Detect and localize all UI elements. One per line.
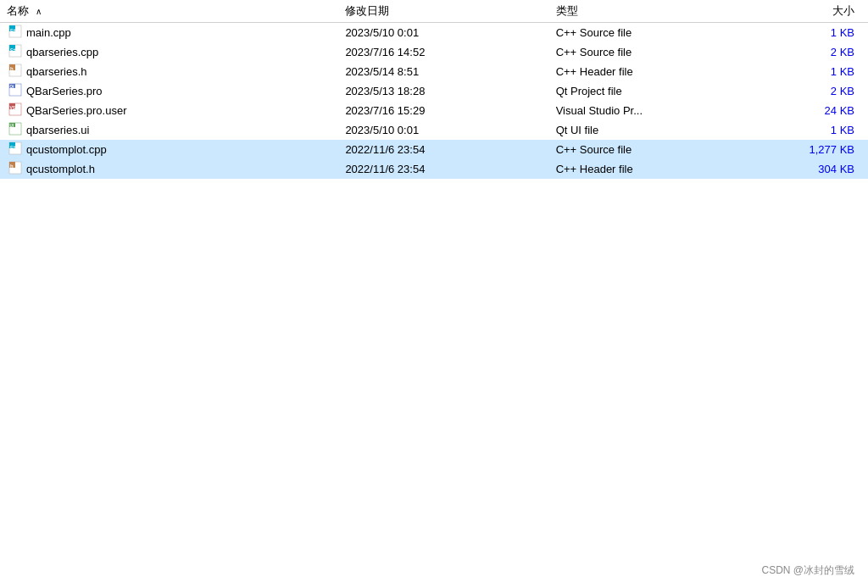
file-name: qbarseries.cpp [26, 46, 98, 58]
file-name: main.cpp [26, 26, 71, 39]
file-size: 2 KB [763, 81, 868, 101]
table-row[interactable]: UI qbarseries.ui 2023/5/10 0:01Qt UI fil… [0, 120, 868, 140]
file-size: 1 KB [763, 62, 868, 81]
table-header-row: 名称 ∧ 修改日期 类型 大小 [0, 0, 868, 23]
file-name: qcustomplot.h [26, 163, 95, 175]
file-name-cell: UI qbarseries.ui [0, 120, 342, 140]
file-date: 2023/5/14 8:51 [342, 62, 552, 81]
svg-text:VS: VS [10, 105, 16, 110]
file-date: 2023/5/13 18:28 [342, 81, 552, 101]
table-row[interactable]: c+ qcustomplot.cpp 2022/11/6 23:54C++ So… [0, 140, 868, 159]
column-header-date[interactable]: 修改日期 [342, 0, 552, 23]
file-size: 1 KB [763, 120, 868, 140]
svg-text:UI: UI [10, 124, 14, 128]
file-size: 24 KB [763, 101, 868, 120]
cpp-icon: c+ [8, 25, 22, 41]
file-date: 2023/5/10 0:01 [342, 23, 552, 43]
file-size: 304 KB [763, 159, 868, 179]
svg-text:c+: c+ [10, 47, 16, 52]
ui-icon: UI [8, 122, 22, 138]
file-size: 2 KB [763, 42, 868, 62]
cpp-icon: c+ [8, 44, 22, 60]
svg-text:Qt: Qt [10, 85, 15, 89]
svg-text:c+: c+ [10, 144, 16, 149]
file-name-cell: Qt QBarSeries.pro [0, 81, 342, 101]
file-type: C++ Header file [553, 159, 763, 179]
table-row[interactable]: c+ qbarseries.cpp 2023/7/16 14:52C++ Sou… [0, 42, 868, 62]
cpp-icon: c+ [8, 141, 22, 158]
column-header-size[interactable]: 大小 [763, 0, 868, 23]
svg-text:h: h [10, 164, 14, 169]
file-name: qbarseries.ui [26, 124, 89, 136]
table-row[interactable]: VS QBarSeries.pro.user 2023/7/16 15:29Vi… [0, 101, 868, 120]
file-type: Qt UI file [553, 120, 763, 140]
file-name: QBarSeries.pro.user [26, 104, 127, 117]
file-date: 2023/5/10 0:01 [342, 120, 552, 140]
file-type: C++ Header file [553, 62, 763, 81]
table-row[interactable]: h qbarseries.h 2023/5/14 8:51C++ Header … [0, 62, 868, 81]
table-row[interactable]: Qt QBarSeries.pro 2023/5/13 18:28Qt Proj… [0, 81, 868, 101]
file-size: 1,277 KB [763, 140, 868, 159]
file-table: 名称 ∧ 修改日期 类型 大小 c+ [0, 0, 868, 179]
file-name-cell: h qbarseries.h [0, 62, 342, 81]
file-name: qcustomplot.cpp [26, 143, 107, 156]
prouser-icon: VS [8, 103, 22, 119]
file-type: Qt Project file [553, 81, 763, 101]
file-date: 2022/11/6 23:54 [342, 159, 552, 179]
table-row[interactable]: h qcustomplot.h 2022/11/6 23:54C++ Heade… [0, 159, 868, 179]
file-name: QBarSeries.pro [26, 85, 103, 97]
file-type: Visual Studio Pr... [553, 101, 763, 120]
svg-text:h: h [10, 66, 14, 71]
file-type: C++ Source file [553, 42, 763, 62]
file-date: 2022/11/6 23:54 [342, 140, 552, 159]
file-name-cell: VS QBarSeries.pro.user [0, 101, 342, 120]
column-header-name[interactable]: 名称 ∧ [0, 0, 342, 23]
svg-text:c+: c+ [10, 27, 16, 32]
file-name-cell: c+ qbarseries.cpp [0, 42, 342, 62]
file-date: 2023/7/16 15:29 [342, 101, 552, 120]
file-type: C++ Source file [553, 23, 763, 43]
file-name-cell: h qcustomplot.h [0, 159, 342, 179]
file-name-cell: c+ qcustomplot.cpp [0, 140, 342, 159]
pro-icon: Qt [8, 83, 22, 99]
file-size: 1 KB [763, 23, 868, 43]
file-date: 2023/7/16 14:52 [342, 42, 552, 62]
h-icon: h [8, 161, 22, 177]
column-header-type[interactable]: 类型 [553, 0, 763, 23]
watermark: CSDN @冰封的雪绒 [761, 563, 854, 578]
file-list-container: 名称 ∧ 修改日期 类型 大小 c+ [0, 0, 868, 588]
file-name: qbarseries.h [26, 65, 87, 78]
file-type: C++ Source file [553, 140, 763, 159]
h-icon: h [8, 64, 22, 80]
file-name-cell: c+ main.cpp [0, 23, 342, 42]
sort-indicator: ∧ [36, 7, 42, 16]
table-row[interactable]: c+ main.cpp 2023/5/10 0:01C++ Source fil… [0, 23, 868, 43]
